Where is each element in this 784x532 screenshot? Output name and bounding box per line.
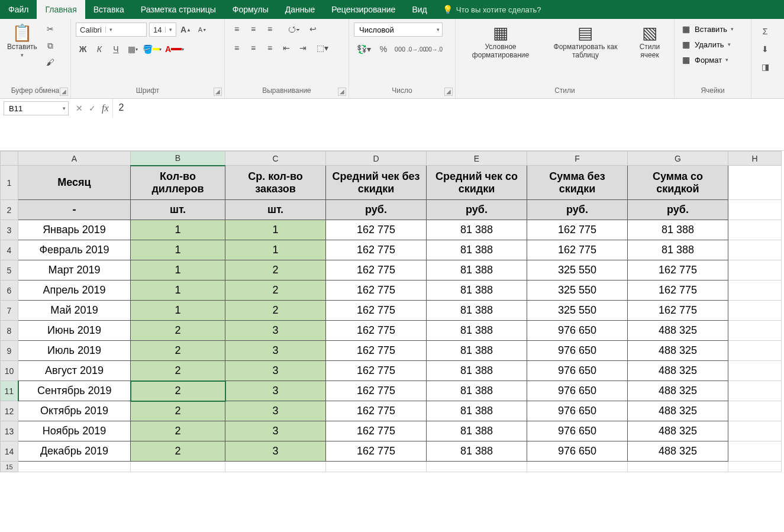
unit-cell[interactable]: шт. <box>225 200 326 220</box>
cell-D6[interactable]: 162 775 <box>326 280 427 301</box>
empty-cell[interactable] <box>326 462 427 472</box>
cell-G9[interactable]: 488 325 <box>628 341 728 361</box>
cell-H14[interactable] <box>728 441 782 462</box>
cell-B7[interactable]: 1 <box>131 301 225 321</box>
cell-A4[interactable]: Февраль 2019 <box>18 240 131 260</box>
bold-button[interactable]: Ж <box>76 43 90 56</box>
format-painter-button[interactable]: 🖌 <box>43 56 57 69</box>
cell-A13[interactable]: Ноябрь 2019 <box>18 421 131 441</box>
tab-page-layout[interactable]: Разметка страницы <box>133 0 224 19</box>
enter-formula-button[interactable]: ✓ <box>89 104 96 113</box>
alignment-dialog-launcher[interactable]: ◢ <box>338 88 346 96</box>
font-size-combo[interactable]: 14▾ <box>149 22 176 37</box>
decrease-indent-button[interactable]: ⇤ <box>279 41 293 54</box>
cell-A12[interactable]: Октябрь 2019 <box>18 401 131 421</box>
cell-A8[interactable]: Июнь 2019 <box>18 321 131 341</box>
column-header-E[interactable]: E <box>427 151 527 166</box>
cell-D14[interactable]: 162 775 <box>326 441 427 462</box>
empty-cell[interactable] <box>427 462 527 472</box>
header-cell[interactable]: Месяц <box>18 166 131 200</box>
cell-G12[interactable]: 488 325 <box>628 401 728 421</box>
empty-cell[interactable] <box>131 462 225 472</box>
cell-G3[interactable]: 81 388 <box>628 220 728 240</box>
cell-F8[interactable]: 976 650 <box>527 321 628 341</box>
autosum-button[interactable]: Σ <box>758 25 772 38</box>
row-header-12[interactable]: 12 <box>1 401 18 421</box>
cell-E12[interactable]: 81 388 <box>427 401 527 421</box>
align-right-button[interactable]: ≡ <box>263 41 277 54</box>
tab-file[interactable]: Файл <box>0 0 37 19</box>
cell-H8[interactable] <box>728 321 782 341</box>
cell-B9[interactable]: 2 <box>131 341 225 361</box>
cell-B13[interactable]: 2 <box>131 421 225 441</box>
chevron-down-icon[interactable]: ▾ <box>165 27 175 33</box>
cell-B14[interactable]: 2 <box>131 441 225 462</box>
empty-cell[interactable] <box>728 200 782 220</box>
cell-F13[interactable]: 976 650 <box>527 421 628 441</box>
cell-E3[interactable]: 81 388 <box>427 220 527 240</box>
row-header-7[interactable]: 7 <box>1 301 18 321</box>
row-header-6[interactable]: 6 <box>1 280 18 301</box>
clipboard-dialog-launcher[interactable]: ◢ <box>60 88 68 96</box>
empty-cell[interactable] <box>628 462 728 472</box>
cell-G4[interactable]: 81 388 <box>628 240 728 260</box>
tab-review[interactable]: Рецензирование <box>323 0 404 19</box>
empty-cell[interactable] <box>225 462 326 472</box>
unit-cell[interactable]: шт. <box>131 200 225 220</box>
cell-C12[interactable]: 3 <box>225 401 326 421</box>
cell-A3[interactable]: Январь 2019 <box>18 220 131 240</box>
cell-E10[interactable]: 81 388 <box>427 361 527 381</box>
header-cell[interactable]: Ср. кол-во заказов <box>225 166 326 200</box>
cell-G5[interactable]: 162 775 <box>628 260 728 280</box>
empty-cell[interactable] <box>527 462 628 472</box>
tab-view[interactable]: Вид <box>404 0 435 19</box>
row-header-1[interactable]: 1 <box>1 166 18 200</box>
column-header-C[interactable]: C <box>225 151 326 166</box>
cell-F3[interactable]: 162 775 <box>527 220 628 240</box>
clear-button[interactable]: ◨ <box>758 60 772 73</box>
increase-font-button[interactable]: A▲ <box>179 23 193 36</box>
cell-D9[interactable]: 162 775 <box>326 341 427 361</box>
decrease-font-button[interactable]: A▼ <box>195 23 209 36</box>
cell-F12[interactable]: 976 650 <box>527 401 628 421</box>
column-header-D[interactable]: D <box>326 151 427 166</box>
cell-D4[interactable]: 162 775 <box>326 240 427 260</box>
unit-cell[interactable]: - <box>18 200 131 220</box>
cell-F4[interactable]: 162 775 <box>527 240 628 260</box>
cell-G11[interactable]: 488 325 <box>628 381 728 401</box>
number-dialog-launcher[interactable]: ◢ <box>444 88 453 96</box>
cell-H6[interactable] <box>728 280 782 301</box>
cell-D13[interactable]: 162 775 <box>326 421 427 441</box>
tab-home[interactable]: Главная <box>37 0 85 19</box>
select-all-corner[interactable] <box>1 151 18 166</box>
column-header-A[interactable]: A <box>18 151 131 166</box>
row-header-8[interactable]: 8 <box>1 321 18 341</box>
unit-cell[interactable]: руб. <box>527 200 628 220</box>
worksheet-grid[interactable]: ABCDEFGH1МесяцКол-во диллеровСр. кол-во … <box>0 151 784 472</box>
cell-F14[interactable]: 976 650 <box>527 441 628 462</box>
empty-cell[interactable] <box>728 166 782 200</box>
tab-formulas[interactable]: Формулы <box>224 0 277 19</box>
cell-H9[interactable] <box>728 341 782 361</box>
align-top-button[interactable]: ≡ <box>230 22 244 36</box>
row-header-10[interactable]: 10 <box>1 361 18 381</box>
tell-me-search[interactable]: 💡 Что вы хотите сделать? <box>435 0 549 19</box>
percent-format-button[interactable]: % <box>376 43 391 56</box>
row-header-3[interactable]: 3 <box>1 220 18 240</box>
tab-data[interactable]: Данные <box>277 0 324 19</box>
cell-B10[interactable]: 2 <box>131 361 225 381</box>
column-header-B[interactable]: B <box>131 151 225 166</box>
column-header-G[interactable]: G <box>628 151 728 166</box>
cell-D7[interactable]: 162 775 <box>326 301 427 321</box>
cell-B8[interactable]: 2 <box>131 321 225 341</box>
cell-E6[interactable]: 81 388 <box>427 280 527 301</box>
align-center-button[interactable]: ≡ <box>246 41 260 54</box>
decrease-decimal-button[interactable]: .00→.0 <box>426 43 440 56</box>
align-left-button[interactable]: ≡ <box>230 41 244 54</box>
cell-H12[interactable] <box>728 401 782 421</box>
cell-H4[interactable] <box>728 240 782 260</box>
cell-A11[interactable]: Сентябрь 2019 <box>18 381 131 401</box>
header-cell[interactable]: Средний чек со скидки <box>427 166 527 200</box>
align-bottom-button[interactable]: ≡ <box>263 22 277 36</box>
cell-A10[interactable]: Август 2019 <box>18 361 131 381</box>
